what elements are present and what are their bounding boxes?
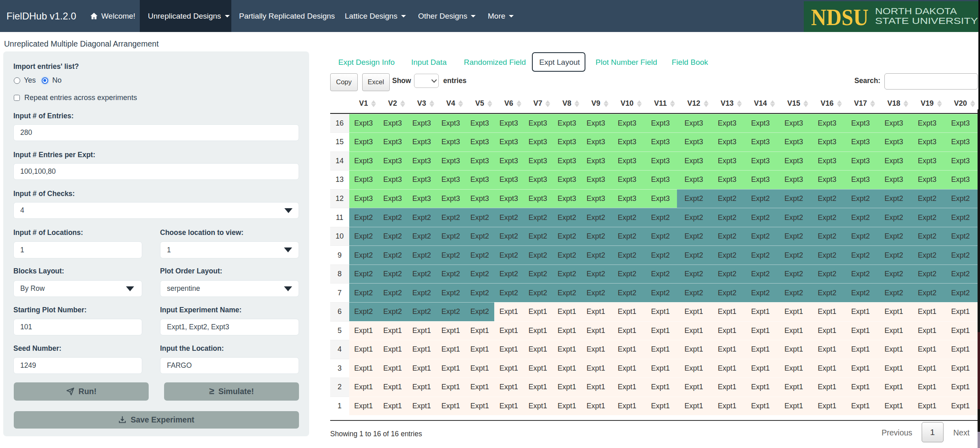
svg-text:NDSU: NDSU — [811, 4, 869, 30]
svg-text:NORTH DAKOTA: NORTH DAKOTA — [875, 6, 957, 16]
svg-text:STATE UNIVERSITY: STATE UNIVERSITY — [875, 16, 978, 26]
